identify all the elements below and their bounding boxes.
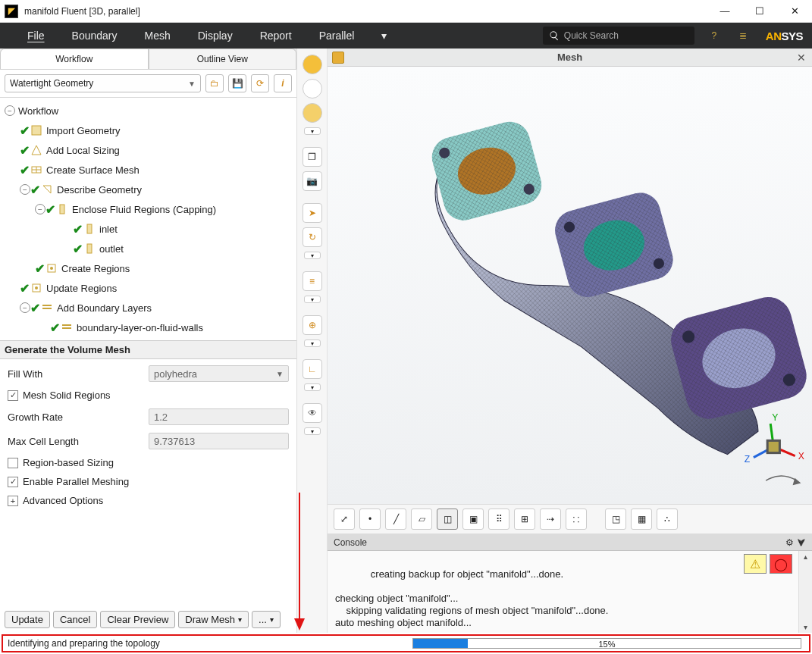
collapse-icon[interactable]: − [5, 105, 15, 116]
region-box-icon[interactable]: ◳ [605, 508, 626, 530]
open-folder-button[interactable]: 🗀 [205, 74, 224, 92]
svg-rect-14 [42, 308, 52, 309]
tree-inlet[interactable]: ✔ inlet [0, 219, 296, 239]
info-button[interactable]: i [274, 74, 292, 92]
console-text: creating backup for object "manifold"...… [335, 568, 608, 628]
save-button[interactable]: 💾 [228, 74, 246, 92]
max-cell-input[interactable]: 9.737613 [149, 433, 289, 449]
minimize-button[interactable]: — [707, 0, 742, 23]
tree-describe-geometry[interactable]: − ✔ Describe Geometry [0, 180, 296, 199]
svg-text:X: X [798, 451, 804, 462]
fill-with-select[interactable]: polyhedra▼ [149, 365, 289, 382]
layout-icon[interactable]: ≣ [734, 27, 752, 45]
link-icon[interactable]: ⇢ [540, 508, 561, 530]
left-panel: Workflow Outline View Watertight Geometr… [0, 49, 297, 633]
tree-boundary-layer[interactable]: ✔ boundary-layer-on-fluid-walls [0, 318, 296, 337]
collapse-icon[interactable]: − [35, 204, 45, 214]
title-bar: ◤ manifold Fluent [3D, parallel] — ☐ ✕ [0, 0, 812, 23]
shade-dropdown[interactable]: ▾ [304, 127, 321, 135]
mesh-dropdown[interactable]: ▾ [304, 340, 321, 347]
mesh-canvas[interactable]: X Y Z [328, 67, 812, 504]
menu-bar: File Boundary Mesh Display Report Parall… [0, 23, 812, 49]
tab-outline-view[interactable]: Outline View [149, 49, 297, 69]
clear-preview-button[interactable]: Clear Preview [100, 611, 175, 628]
update-button[interactable]: Update [5, 611, 50, 628]
workflow-type-select[interactable]: Watertight Geometry ▼ [5, 74, 201, 92]
mesh-sphere-icon[interactable]: ⊕ [303, 315, 322, 335]
tree-import-geometry[interactable]: ✔ Import Geometry [0, 120, 296, 140]
tree-enclose-fluid[interactable]: − ✔ Enclose Fluid Regions (Capping) [0, 199, 296, 219]
layers-view-icon[interactable]: ≡ [303, 271, 322, 291]
nodes-icon[interactable]: ∴ [657, 508, 678, 530]
region-sizing-checkbox[interactable] [8, 458, 18, 468]
point-icon[interactable]: • [359, 508, 381, 530]
menu-file[interactable]: File [14, 30, 58, 42]
console-scrollbar[interactable]: ▴▾ [798, 551, 812, 633]
copy-icon[interactable]: ❐ [303, 147, 322, 167]
svg-rect-6 [60, 205, 64, 214]
menu-display[interactable]: Display [184, 30, 246, 42]
tree-root[interactable]: − Workflow [0, 101, 296, 120]
axes-dropdown[interactable]: ▾ [304, 383, 321, 391]
tree-outlet[interactable]: ✔ outlet [0, 239, 296, 258]
cluster-icon[interactable]: ⠿ [488, 508, 509, 530]
svg-rect-8 [87, 244, 92, 253]
tab-workflow[interactable]: Workflow [0, 49, 149, 69]
face-icon[interactable]: ▱ [411, 508, 432, 530]
eye-dropdown[interactable]: ▾ [304, 427, 321, 435]
tree-create-surface-mesh[interactable]: ✔ Create Surface Mesh [0, 160, 296, 180]
menu-report[interactable]: Report [246, 30, 306, 42]
sphere-shaded-icon[interactable] [303, 103, 322, 123]
advanced-options-expand[interactable]: + [8, 496, 18, 506]
menu-boundary[interactable]: Boundary [58, 30, 131, 42]
tree-add-boundary-layers[interactable]: − ✔ Add Boundary Layers [0, 298, 296, 318]
tree-add-local-sizing[interactable]: ✔ Add Local Sizing [0, 140, 296, 160]
sphere-wire-icon[interactable] [303, 79, 322, 99]
cancel-button[interactable]: Cancel [53, 611, 97, 628]
console-error-icon[interactable]: ◯ [770, 554, 792, 574]
growth-rate-input[interactable]: 1.2 [149, 408, 289, 425]
menu-mesh[interactable]: Mesh [131, 30, 184, 42]
console-settings-icon[interactable]: ⚙ [785, 537, 794, 548]
refresh-button[interactable]: ⟳ [251, 74, 269, 92]
properties-title: Generate the Volume Mesh [0, 340, 296, 359]
fit-view-icon[interactable]: ⤢ [334, 508, 355, 530]
draw-mesh-button[interactable]: Draw Mesh [178, 611, 249, 628]
workflow-tree: − Workflow ✔ Import Geometry ✔ Add Local… [0, 98, 296, 340]
close-button[interactable]: ✕ [777, 0, 812, 23]
console-output[interactable]: creating backup for object "manifold"...… [328, 551, 812, 633]
cube-icon[interactable]: ▣ [462, 508, 484, 530]
menu-overflow[interactable]: ▾ [368, 30, 400, 42]
collapse-icon[interactable]: − [20, 184, 30, 195]
canvas-close-button[interactable]: ✕ [795, 52, 807, 64]
cursor-icon[interactable]: ➤ [303, 203, 322, 223]
axes-icon[interactable]: ∟ [303, 359, 322, 379]
view-toolbar: ⤢ • ╱ ▱ ◫ ▣ ⠿ ⊞ ⇢ ⸬ ◳ ▦ ∴ [328, 504, 812, 534]
quick-search[interactable]: Quick Search [543, 27, 694, 45]
camera-icon[interactable]: 📷 [303, 171, 322, 191]
check-icon: ✔ [73, 242, 83, 256]
layers-dropdown[interactable]: ▾ [304, 296, 321, 303]
tree-create-regions[interactable]: ✔ Create Regions [0, 258, 296, 278]
tree-update-regions[interactable]: ✔ Update Regions [0, 278, 296, 298]
handles-icon[interactable]: ⸬ [566, 508, 587, 530]
parallel-meshing-checkbox[interactable] [8, 477, 18, 487]
grid4-icon[interactable]: ⊞ [514, 508, 535, 530]
menu-parallel[interactable]: Parallel [306, 30, 368, 42]
more-button[interactable]: ... [252, 611, 281, 628]
rotate-icon[interactable]: ↻ [303, 227, 322, 247]
rotate-dropdown[interactable]: ▾ [304, 252, 321, 259]
sphere-solid-icon[interactable] [303, 55, 322, 74]
edge-icon[interactable]: ╱ [385, 508, 406, 530]
eye-icon[interactable]: 👁 [303, 403, 322, 423]
workflow-type-value: Watertight Geometry [10, 78, 93, 89]
maximize-button[interactable]: ☐ [742, 0, 777, 23]
box-select-icon[interactable]: ◫ [437, 508, 458, 530]
mesh-solid-checkbox[interactable] [8, 390, 18, 401]
region-fill-icon[interactable]: ▦ [631, 508, 652, 530]
console-warning-icon[interactable]: ⚠ [744, 554, 767, 574]
collapse-icon[interactable]: − [20, 302, 30, 313]
help-icon[interactable]: ? [705, 27, 723, 45]
progress-bar: 15% [412, 638, 801, 649]
console-collapse-icon[interactable]: ⮟ [797, 537, 806, 548]
